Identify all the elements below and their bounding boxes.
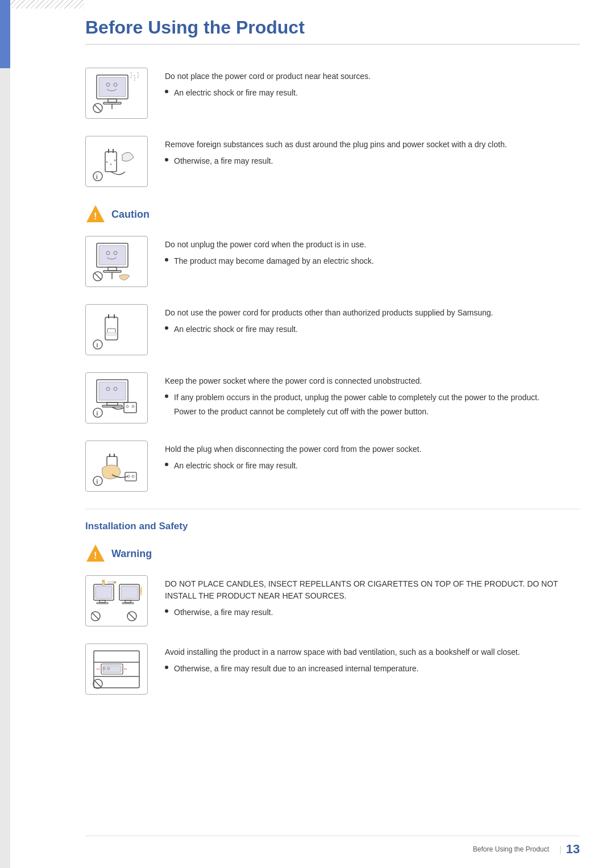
warning-item-2-image bbox=[85, 643, 148, 695]
svg-rect-32 bbox=[106, 333, 117, 335]
svg-line-27 bbox=[94, 273, 101, 280]
caution-item-3-text: Keep the power socket where the power co… bbox=[165, 372, 580, 418]
warning-item-1-bullet-text: Otherwise, a fire may result. bbox=[174, 607, 273, 618]
page-title: Before Using the Product bbox=[85, 17, 580, 45]
warning-header: ! Warning bbox=[85, 543, 580, 564]
svg-rect-36 bbox=[99, 382, 126, 400]
monitor-heat-svg bbox=[91, 72, 142, 115]
svg-rect-22 bbox=[103, 271, 121, 272]
svg-rect-41 bbox=[124, 402, 136, 413]
narrow-space-svg bbox=[91, 648, 142, 691]
pre-item-2-text: Remove foreign substances such as dust a… bbox=[165, 136, 580, 167]
warning-label: Warning bbox=[111, 548, 152, 560]
page-footer: Before Using the Product | 13 bbox=[85, 836, 580, 857]
svg-line-82 bbox=[94, 680, 101, 687]
monitor-unplug-svg bbox=[91, 240, 142, 283]
svg-point-42 bbox=[126, 405, 128, 408]
installation-heading: Installation and Safety bbox=[85, 521, 580, 532]
pre-item-2-bullet-text: Otherwise, a fire may result. bbox=[174, 155, 273, 167]
warning-item-2-bullet: Otherwise, a fire may result due to an i… bbox=[165, 663, 580, 675]
caution-item-4-main: Hold the plug when disconnecting the pow… bbox=[165, 443, 580, 455]
caution-item-3-bullet-text: If any problem occurs in the product, un… bbox=[174, 392, 540, 404]
svg-rect-20 bbox=[99, 246, 126, 265]
warning-item-1-bullet: Otherwise, a fire may result. bbox=[165, 607, 580, 618]
svg-text:!: ! bbox=[94, 551, 97, 560]
pre-item-1-text: Do not place the power cord or product n… bbox=[165, 68, 580, 99]
svg-text:i: i bbox=[97, 410, 98, 417]
pre-item-2-main: Remove foreign substances such as dust a… bbox=[165, 139, 580, 151]
svg-text:i: i bbox=[97, 479, 98, 485]
svg-point-15 bbox=[93, 172, 102, 181]
caution-item-4-bullet-text: An electric shock or fire may result. bbox=[174, 460, 298, 472]
caution-item-1: Do not unplug the power cord when the pr… bbox=[85, 236, 580, 287]
pre-item-1-main: Do not place the power cord or product n… bbox=[165, 70, 580, 82]
pre-item-1: Do not place the power cord or product n… bbox=[85, 68, 580, 119]
svg-rect-2 bbox=[108, 99, 117, 102]
left-accent-blue bbox=[0, 0, 10, 68]
left-accent-bar bbox=[0, 0, 10, 868]
svg-text:i: i bbox=[97, 342, 98, 348]
bullet-dot bbox=[165, 90, 168, 93]
caution-item-3: i Keep the power socket where the power … bbox=[85, 372, 580, 423]
svg-rect-69 bbox=[122, 603, 134, 604]
svg-rect-21 bbox=[108, 267, 117, 271]
svg-rect-76 bbox=[103, 666, 121, 672]
footer-page-number: 13 bbox=[566, 842, 580, 857]
warning-item-2-main: Avoid installing the product in a narrow… bbox=[165, 646, 580, 658]
caution-item-3-main: Keep the power socket where the power co… bbox=[165, 375, 580, 387]
caution-item-4: i Hold the plug when disconnecting the p… bbox=[85, 441, 580, 492]
svg-point-51 bbox=[132, 475, 134, 477]
bullet-dot bbox=[165, 609, 168, 613]
pre-item-1-image bbox=[85, 68, 148, 119]
svg-point-43 bbox=[132, 405, 134, 408]
section-divider bbox=[85, 509, 580, 509]
warning-item-1-image bbox=[85, 575, 148, 626]
caution-item-3-image: i bbox=[85, 372, 148, 423]
svg-line-8 bbox=[94, 105, 101, 111]
footer-text: Before Using the Product bbox=[473, 845, 549, 853]
svg-point-14 bbox=[110, 163, 112, 165]
power-socket-svg: i bbox=[91, 377, 142, 420]
caution-item-1-main: Do not unplug the power cord when the pr… bbox=[165, 239, 580, 251]
bullet-dot bbox=[165, 394, 168, 398]
svg-text:i: i bbox=[96, 174, 98, 180]
footer-separator: | bbox=[559, 845, 562, 854]
caution-item-4-image: i bbox=[85, 441, 148, 492]
svg-rect-67 bbox=[121, 586, 138, 599]
caution-item-2: i Do not use the power cord for products… bbox=[85, 304, 580, 355]
svg-rect-3 bbox=[103, 102, 121, 104]
authorized-plug-svg: i bbox=[91, 309, 142, 351]
hold-plug-svg: i bbox=[91, 445, 142, 488]
svg-point-13 bbox=[114, 159, 116, 161]
bullet-dot bbox=[165, 326, 168, 330]
caution-item-2-main: Do not use the power cord for products o… bbox=[165, 307, 580, 319]
caution-item-1-image bbox=[85, 236, 148, 287]
caution-item-1-bullet-text: The product may become damaged by an ele… bbox=[174, 255, 374, 267]
svg-rect-63 bbox=[114, 582, 116, 583]
caution-label: Caution bbox=[111, 209, 150, 221]
caution-item-3-bullet: If any problem occurs in the product, un… bbox=[165, 392, 580, 404]
pre-item-1-bullet: An electric shock or fire may result. bbox=[165, 87, 580, 99]
svg-rect-59 bbox=[97, 603, 108, 604]
pre-item-1-bullet-text: An electric shock or fire may result. bbox=[174, 87, 298, 99]
bullet-dot bbox=[165, 666, 168, 669]
caution-item-2-text: Do not use the power cord for products o… bbox=[165, 304, 580, 335]
warning-item-1-main: DO NOT PLACE CANDLES, INSECT REPELLANTS … bbox=[165, 578, 580, 602]
pre-item-2-bullet: Otherwise, a fire may result. bbox=[165, 155, 580, 167]
caution-item-2-bullet-text: An electric shock or fire may result. bbox=[174, 323, 298, 335]
caution-item-2-bullet: An electric shock or fire may result. bbox=[165, 323, 580, 335]
svg-line-65 bbox=[92, 613, 99, 620]
caution-item-1-text: Do not unplug the power cord when the pr… bbox=[165, 236, 580, 267]
caution-header: ! Caution bbox=[85, 204, 580, 225]
bullet-dot bbox=[165, 463, 168, 466]
svg-point-12 bbox=[106, 161, 108, 163]
caution-item-2-image: i bbox=[85, 304, 148, 355]
warning-item-1: DO NOT PLACE CANDLES, INSECT REPELLANTS … bbox=[85, 575, 580, 626]
pre-item-2: i Remove foreign substances such as dust… bbox=[85, 136, 580, 187]
caution-item-4-text: Hold the plug when disconnecting the pow… bbox=[165, 441, 580, 472]
top-decorative-lines bbox=[10, 0, 84, 9]
warning-item-2-text: Avoid installing the product in a narrow… bbox=[165, 643, 580, 675]
caution-item-1-bullet: The product may become damaged by an ele… bbox=[165, 255, 580, 267]
svg-text:!: ! bbox=[94, 211, 97, 221]
candles-monitor-svg bbox=[91, 580, 142, 622]
